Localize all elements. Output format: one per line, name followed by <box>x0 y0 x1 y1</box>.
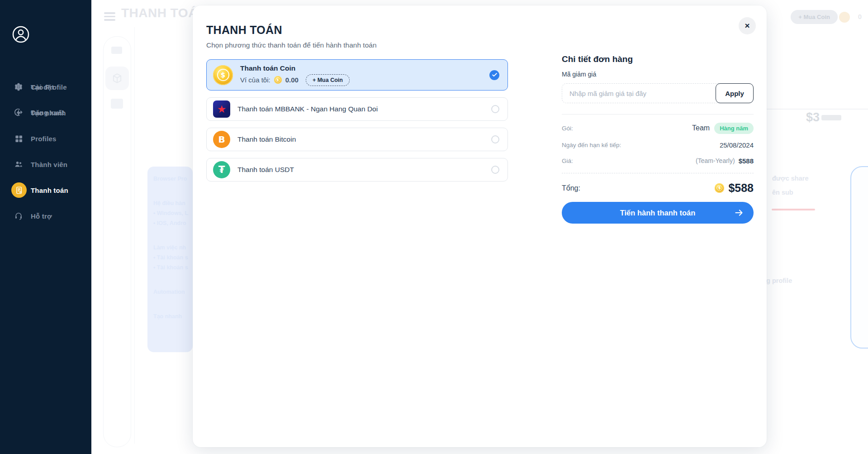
feature-line: Làm việc nh <box>153 244 193 251</box>
bitcoin-icon: B <box>213 131 230 148</box>
feature-line: • Tài khoản s <box>153 264 193 271</box>
sidebar-item-cai-dat[interactable]: Cài đặt <box>0 78 91 96</box>
radio-unselected[interactable] <box>491 135 499 143</box>
payment-method-name: Thanh toán Bitcoin <box>237 135 296 143</box>
star-glyph: ★ <box>217 103 227 115</box>
payment-method-mbbank[interactable]: ★ Thanh toán MBBANK - Ngan Hang Quan Doi <box>206 97 508 121</box>
proceed-payment-button[interactable]: Tiến hành thanh toán <box>562 202 754 224</box>
close-icon: × <box>745 21 749 31</box>
card-icon-faded <box>111 47 122 54</box>
feature-line: Hệ điều hàn <box>153 200 193 206</box>
price-text: $3 <box>806 110 820 124</box>
coin-balance-icon-faded <box>839 12 850 23</box>
due-date-label: Ngày đến hạn kế tiếp: <box>562 142 621 148</box>
dollar-glyph: $ <box>217 69 229 81</box>
payment-method-name: Thanh toán USDT <box>237 166 294 174</box>
pricing-fragment: $3 <box>806 110 841 124</box>
plan-value: Team <box>692 124 710 132</box>
radio-unselected[interactable] <box>491 105 499 113</box>
close-button[interactable]: × <box>739 17 756 34</box>
payment-modal: × THANH TOÁN Chọn phương thức thanh toán… <box>193 5 767 447</box>
payment-method-name: Thanh toán MBBANK - Ngan Hang Quan Doi <box>237 105 378 113</box>
price-label: Giá: <box>562 158 573 164</box>
order-row-plan: Gói: Team Hàng năm <box>562 122 754 134</box>
buy-coin-button[interactable]: + Mua Coin <box>306 74 350 86</box>
modal-title: THANH TOÁN <box>206 24 508 37</box>
bitcoin-glyph: B <box>218 134 225 145</box>
selected-check-icon <box>489 70 499 80</box>
text-fragment: g profile <box>766 277 792 284</box>
order-row-total: Tổng: $ $588 <box>562 182 754 195</box>
feature-line: Tạo nhanh <box>153 313 193 320</box>
order-row-price: Giá: (Team-Yearly) $588 <box>562 156 754 166</box>
feature-line: • Tài khoản s <box>153 254 193 261</box>
total-label: Tổng: <box>562 184 580 192</box>
price-value: $588 <box>739 157 754 165</box>
payment-method-coin[interactable]: $ Thanh toán Coin Ví của tôi: $ 0.00 + M… <box>206 59 508 91</box>
plan-label: Gói: <box>562 125 573 132</box>
usdt-icon: ₮ <box>213 161 230 178</box>
usdt-glyph: ₮ <box>218 164 225 175</box>
payment-methods-section: THANH TOÁN Chọn phương thức thanh toán đ… <box>206 24 508 182</box>
coupon-label: Mã giảm giá <box>562 71 754 78</box>
order-details-section: Chi tiết đơn hàng Mã giảm giá Apply Gói:… <box>562 54 754 224</box>
radio-unselected[interactable] <box>491 166 499 174</box>
due-date-value: 25/08/2024 <box>720 141 754 149</box>
wallet-row: Ví của tôi: $ 0.00 + Mua Coin <box>240 74 350 86</box>
dollar-glyph: $ <box>716 185 722 191</box>
payment-method-name: Thanh toán Coin <box>240 64 350 72</box>
sidebar-item-label: Cài đặt <box>31 83 54 91</box>
plan-period-badge: Hàng năm <box>714 123 754 134</box>
proceed-payment-label: Tiến hành thanh toán <box>620 209 696 217</box>
feature-line: Automation <box>153 289 193 295</box>
arrow-right-icon <box>734 208 744 218</box>
total-value: $588 <box>728 182 754 195</box>
apply-button[interactable]: Apply <box>716 83 754 103</box>
pricing-card-faded <box>850 166 868 349</box>
price-note: (Team-Yearly) <box>696 157 735 164</box>
feature-card-faded: Browser Pro Hệ điều hàn • Windows, L • I… <box>147 167 193 352</box>
coin-balance-value-faded: 0 <box>858 13 862 20</box>
gear-icon <box>14 82 24 92</box>
strikethrough-line-faded <box>772 209 815 210</box>
sidebar-item-label: Đăng xuất <box>31 109 64 116</box>
wallet-label: Ví của tôi: <box>240 76 270 84</box>
app-window: Tạo Profile Tạo nhanh Profiles Thành viê… <box>0 0 868 454</box>
payment-method-usdt[interactable]: ₮ Thanh toán USDT <box>206 158 508 182</box>
background-divider <box>751 109 868 110</box>
package-icon-faded <box>105 67 129 90</box>
sidebar-item-dang-xuat[interactable]: Đăng xuất <box>0 103 91 121</box>
feature-line: • IOS, Andro <box>153 220 193 226</box>
sidebar-bottom-nav: Cài đặt Đăng xuất <box>0 78 91 447</box>
coin-total-icon: $ <box>715 183 724 193</box>
feature-line: Browser Pro <box>153 176 193 182</box>
dotted-divider <box>562 173 754 173</box>
divider <box>562 114 754 115</box>
coin-small-icon: $ <box>274 76 282 84</box>
modal-subtitle: Chọn phương thức thanh toán để tiến hành… <box>206 41 508 49</box>
logout-icon <box>14 107 24 117</box>
mbbank-icon: ★ <box>213 100 230 118</box>
order-heading: Chi tiết đơn hàng <box>562 54 754 64</box>
coin-icon: $ <box>213 65 233 85</box>
coupon-row: Apply <box>562 83 754 103</box>
background-rail <box>103 36 131 447</box>
buy-coin-button-faded: + Mua Coin <box>791 10 838 24</box>
sidebar: Tạo Profile Tạo nhanh Profiles Thành viê… <box>0 0 91 454</box>
user-avatar-icon[interactable] <box>12 25 30 43</box>
dollar-glyph: $ <box>275 77 280 82</box>
box-icon-faded <box>111 99 123 109</box>
background-divider <box>134 27 135 444</box>
text-fragment: ên sub <box>772 189 793 196</box>
feature-line: • Windows, L <box>153 210 193 216</box>
order-row-due-date: Ngày đến hạn kế tiếp: 25/08/2024 <box>562 140 754 150</box>
wallet-balance: 0.00 <box>285 76 299 84</box>
text-fragment: được share <box>772 175 808 182</box>
hamburger-menu-icon <box>104 12 115 21</box>
payment-method-bitcoin[interactable]: B Thanh toán Bitcoin <box>206 128 508 151</box>
payment-method-list: $ Thanh toán Coin Ví của tôi: $ 0.00 + M… <box>206 59 508 182</box>
